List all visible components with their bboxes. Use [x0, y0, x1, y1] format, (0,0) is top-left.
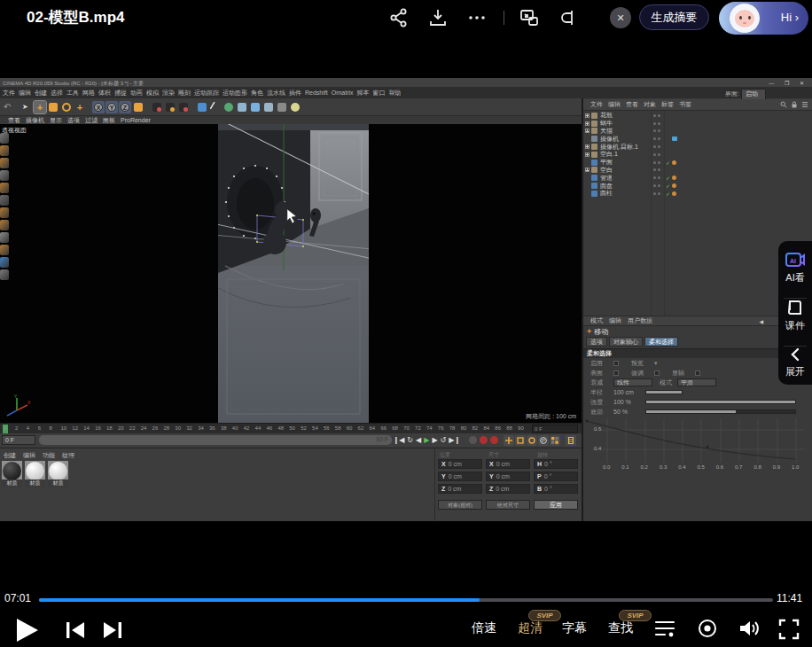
- object-manager-menu-item[interactable]: 标签: [661, 100, 674, 109]
- c4d-menu-item[interactable]: 模拟: [146, 89, 159, 97]
- axis-checkbox[interactable]: [695, 370, 700, 376]
- download-icon[interactable]: [427, 7, 449, 28]
- subtitle-button[interactable]: 字幕: [562, 620, 587, 636]
- mode-palette-icon[interactable]: [0, 257, 9, 268]
- object-row[interactable]: 空白 ✓: [583, 167, 812, 175]
- goto-end-button[interactable]: ▶❙: [449, 436, 460, 444]
- mode-palette-icon[interactable]: [0, 220, 9, 230]
- camera-target-icon[interactable]: [672, 136, 677, 141]
- volume-icon[interactable]: [738, 618, 761, 643]
- enable-checkbox[interactable]: [613, 361, 619, 366]
- coordinate-field[interactable]: P0 °: [534, 472, 578, 481]
- object-manager-menu-item[interactable]: 对象: [644, 100, 656, 109]
- speed-button[interactable]: 倍速: [472, 620, 496, 636]
- tool-render-icon[interactable]: [151, 101, 163, 113]
- object-manager-menu-item[interactable]: 查看: [626, 100, 638, 109]
- attribute-menu-item[interactable]: 编辑: [609, 316, 621, 325]
- tool-array-icon[interactable]: [262, 101, 275, 113]
- viewport-menu-item[interactable]: ProRender: [121, 117, 151, 123]
- material-menu-item[interactable]: 纹理: [62, 451, 74, 460]
- material-item[interactable]: 材质: [25, 461, 45, 487]
- object-row[interactable]: 圆柱 ✓: [583, 190, 812, 198]
- tool-sphere-icon[interactable]: [223, 101, 235, 113]
- share-icon[interactable]: [388, 7, 410, 28]
- key-parameter-icon[interactable]: P: [538, 435, 549, 446]
- expand-toggle[interactable]: [585, 129, 589, 133]
- attribute-menu-item[interactable]: 模式: [590, 316, 603, 325]
- c4d-menu-item[interactable]: 帮助: [389, 89, 402, 97]
- prev-frame-button[interactable]: ◀: [416, 436, 421, 444]
- material-menu-item[interactable]: 创建: [4, 451, 16, 460]
- fullscreen-icon[interactable]: [778, 619, 800, 643]
- viewport-menu-item[interactable]: 查看: [8, 116, 20, 125]
- c4d-menu-item[interactable]: 流水线: [267, 89, 285, 97]
- search-button[interactable]: 查找: [608, 620, 633, 636]
- viewport-menu-item[interactable]: 过滤: [85, 116, 98, 125]
- mode-dropdown[interactable]: 平滑: [677, 378, 716, 386]
- timeline-end-field[interactable]: 0 F: [532, 425, 578, 433]
- viewport-menu-item[interactable]: 选项: [67, 116, 80, 125]
- tool-render-icon[interactable]: [164, 101, 176, 113]
- c4d-menu-item[interactable]: Ornatrix: [332, 90, 354, 96]
- close-button[interactable]: ✕: [610, 7, 631, 28]
- more-icon[interactable]: [466, 7, 488, 28]
- material-item[interactable]: 材质: [2, 461, 22, 487]
- material-menu-item[interactable]: 功能: [43, 451, 55, 460]
- falloff-dropdown[interactable]: 线性: [613, 378, 652, 386]
- mode-palette-icon[interactable]: [0, 195, 9, 206]
- tool-undo-icon[interactable]: ↶: [2, 101, 14, 113]
- c4d-menu-item[interactable]: 选择: [51, 89, 63, 97]
- tool-Z-icon[interactable]: Z: [119, 101, 131, 113]
- om-lock-icon[interactable]: [791, 101, 798, 108]
- object-row[interactable]: 空白.1 ✓: [583, 151, 812, 159]
- loop-button[interactable]: ↻: [407, 436, 413, 444]
- c4d-menu-item[interactable]: 动画: [130, 89, 143, 97]
- mode-palette-icon[interactable]: [0, 170, 9, 181]
- autokey-button[interactable]: [490, 436, 498, 444]
- bottom-slider[interactable]: [645, 409, 796, 414]
- cycle-button[interactable]: ↺: [441, 436, 447, 444]
- object-row[interactable]: 平面 ✓: [583, 159, 812, 167]
- object-row[interactable]: 蜗牛 ✓: [583, 120, 812, 128]
- window-controls[interactable]: — ❐ ✕: [769, 80, 808, 86]
- record-button[interactable]: [480, 436, 488, 444]
- c4d-menu-item[interactable]: 工具: [66, 89, 79, 97]
- coordinate-field[interactable]: X0 cm: [486, 459, 530, 469]
- falloff-curve[interactable]: 0.5 0.4 0.00.10.20.30.40.50.60.70.80.91.…: [583, 418, 812, 477]
- mode-palette-icon[interactable]: [0, 269, 9, 280]
- attribute-back-arrow[interactable]: ◀: [759, 318, 763, 324]
- coord-size-dropdown[interactable]: 绝对尺寸: [486, 500, 530, 510]
- tool-coord-icon[interactable]: [132, 101, 144, 113]
- texture-tag-icon[interactable]: [672, 191, 676, 196]
- object-manager-menu-item[interactable]: 文件: [590, 100, 603, 109]
- mini-player-icon[interactable]: [558, 7, 579, 28]
- object-row[interactable]: 管道 ✓: [583, 174, 812, 182]
- tool-X-icon[interactable]: X: [92, 101, 105, 113]
- assistant-avatar-button[interactable]: Hi ›: [719, 2, 808, 35]
- strength-slider[interactable]: [645, 400, 796, 404]
- mode-palette-icon[interactable]: [0, 207, 9, 218]
- tool-render-icon[interactable]: [177, 101, 190, 113]
- mode-palette-icon[interactable]: [0, 232, 9, 243]
- c4d-menu-item[interactable]: 网格: [82, 89, 95, 97]
- next-frame-button[interactable]: ▶: [432, 436, 437, 444]
- mode-palette-icon[interactable]: [0, 133, 9, 144]
- tool-cursor-icon[interactable]: ➤: [20, 101, 33, 113]
- pip-icon[interactable]: [519, 7, 540, 28]
- viewport-menu-item[interactable]: 面板: [103, 116, 115, 125]
- tool-vol-icon[interactable]: [249, 101, 262, 113]
- c4d-menu-item[interactable]: Redshift: [305, 90, 328, 96]
- c4d-menu-item[interactable]: 文件: [3, 89, 15, 97]
- keyframe-selection-icon[interactable]: [550, 435, 560, 446]
- c4d-menu-item[interactable]: 编辑: [19, 89, 31, 97]
- visibility-dots[interactable]: [653, 184, 660, 187]
- next-video-button[interactable]: [102, 620, 123, 643]
- enabled-check-icon[interactable]: ✓: [666, 191, 670, 197]
- mode-palette-icon[interactable]: [0, 183, 9, 193]
- playlist-icon[interactable]: [654, 620, 675, 641]
- coordinate-field[interactable]: Y0 cm: [486, 472, 530, 481]
- play-forward-button[interactable]: ▶: [424, 436, 429, 444]
- mode-palette-icon[interactable]: [0, 145, 9, 156]
- c4d-menu-item[interactable]: 运动图形: [223, 89, 247, 97]
- c4d-menu-item[interactable]: 雕刻: [178, 89, 191, 97]
